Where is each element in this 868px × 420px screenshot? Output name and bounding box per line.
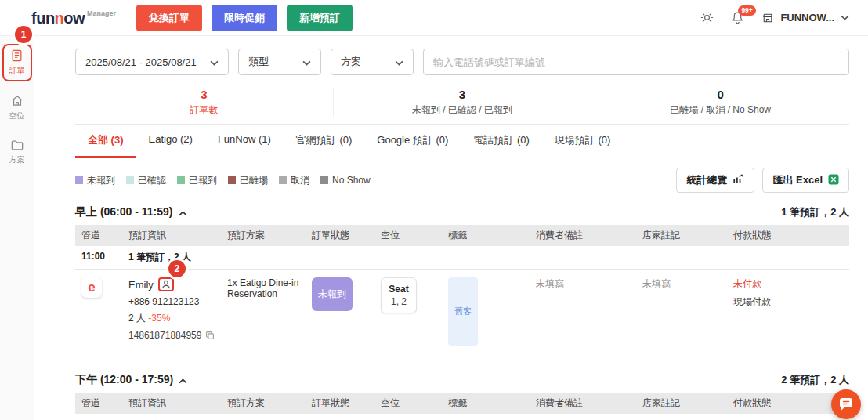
legend-swatch [177, 176, 185, 184]
booking-plan: 1x Eatigo Dine-in Reservation [227, 277, 306, 346]
stats-row: 3 訂單數 3 未報到 / 已確認 / 已報到 0 已離場 / 取消 / No … [75, 85, 849, 125]
seat-box[interactable]: Seat 1, 2 [381, 277, 417, 313]
store-building-icon [761, 12, 774, 24]
tab-website[interactable]: 官網預訂 (0) [284, 125, 365, 158]
time-group-1315: 13:15 1 筆預訂，0 人 [75, 414, 849, 420]
section-morning-toggle[interactable]: 早上 (06:00 - 11:59) [75, 205, 187, 219]
legend-swatch [279, 176, 287, 184]
settings-gear-icon[interactable] [700, 11, 714, 24]
search-input[interactable] [423, 49, 849, 75]
tab-phone[interactable]: 電話預訂 (0) [461, 125, 542, 158]
account-name: FUNNOW... [780, 12, 834, 24]
plan-filter-label: 方案 [341, 55, 361, 69]
funnow-logo[interactable]: funnow Manager [31, 10, 116, 26]
booking-id: 14861871884959 [128, 330, 201, 341]
bar-chart-icon [732, 174, 744, 186]
legend-item: No Show [320, 175, 371, 186]
time-group-count: 1 筆預訂，2 人 [128, 246, 843, 269]
type-filter-dropdown[interactable]: 類型 [238, 49, 321, 75]
payment-method: 現場付款 [733, 295, 843, 309]
plan-filter-dropdown[interactable]: 方案 [331, 49, 414, 75]
legend-item: 取消 [279, 174, 309, 187]
booking-id-line: 14861871884959 [128, 330, 221, 341]
channel-cell: e [81, 277, 122, 346]
plans-folder-icon [11, 139, 24, 152]
notification-count-badge: 99+ [738, 5, 755, 16]
stat-closed-statuses: 0 已離場 / 取消 / No Show [591, 88, 849, 117]
tab-walkin[interactable]: 現場預訂 (0) [542, 125, 624, 158]
chat-bubble-icon [837, 395, 855, 415]
stat-active-statuses: 3 未報到 / 已確認 / 已報到 [333, 88, 591, 117]
legend-item: 已離場 [228, 174, 268, 187]
discount-label: -35% [148, 313, 170, 324]
sidebar-item-vacancy[interactable]: 空位 [2, 89, 32, 126]
copy-icon[interactable] [205, 331, 215, 340]
redeem-order-button[interactable]: 兌換訂單 [136, 5, 202, 31]
date-range-picker[interactable]: 2025/08/21 - 2025/08/21 [75, 49, 229, 75]
sidebar-item-label: 方案 [9, 154, 25, 165]
legend-row: 未報到 已確認 已報到 已離場 取消 No Show 統計總覽 匯出 Excel [75, 168, 849, 193]
guest-phone: +886 912123123 [128, 296, 221, 307]
topbar-actions: 兌換訂單 限時促銷 新增預訂 [136, 5, 353, 31]
topbar: funnow Manager 兌換訂單 限時促銷 新增預訂 99+ FUNNOW… [0, 0, 868, 36]
tab-funnow[interactable]: FunNow (1) [205, 125, 284, 158]
time-group-1100: 11:00 1 筆預訂，2 人 [75, 246, 849, 270]
chevron-down-icon [302, 56, 311, 68]
tab-eatigo[interactable]: Eatigo (2) [136, 125, 205, 158]
status-badge[interactable]: 未報到 [312, 277, 353, 311]
status-legend: 未報到 已確認 已報到 已離場 取消 No Show [75, 174, 371, 187]
section-afternoon-summary: 2 筆預訂，2 人 [781, 373, 849, 387]
notifications-bell-icon[interactable]: 99+ [731, 11, 744, 24]
type-filter-label: 類型 [248, 55, 269, 69]
status-cell: 未報到 [312, 277, 374, 346]
tutorial-step-2-badge: 2 [168, 260, 186, 277]
legend-swatch [320, 176, 328, 184]
logo-manager-label: Manager [87, 9, 116, 17]
tab-all[interactable]: 全部 (3) [75, 125, 136, 158]
sidebar-item-label: 訂單 [9, 66, 25, 77]
stats-overview-button[interactable]: 統計總覽 [676, 168, 754, 193]
chat-support-fab[interactable] [831, 389, 861, 419]
section-afternoon-header: 下午 (12:00 - 17:59) 2 筆預訂，2 人 [75, 373, 849, 387]
time-group-count: 1 筆預訂，0 人 [128, 414, 843, 420]
section-morning-summary: 1 筆預訂，2 人 [781, 205, 849, 219]
guest-info-cell: Emily 2 +886 912123123 2 人 -35% 14861871… [128, 277, 221, 346]
sidebar-item-plans[interactable]: 方案 [2, 134, 32, 170]
account-switcher[interactable]: FUNNOW... [761, 12, 849, 24]
time-label: 11:00 [81, 246, 122, 269]
legend-item: 未報到 [75, 174, 115, 187]
chevron-down-icon [395, 56, 403, 68]
tab-google[interactable]: Google 預訂 (0) [364, 125, 461, 158]
flash-sale-button[interactable]: 限時促銷 [212, 5, 277, 31]
sidebar-item-label: 空位 [9, 110, 25, 121]
tutorial-step-1-badge: 1 [15, 26, 32, 43]
vacancy-house-icon [11, 95, 24, 108]
export-excel-button[interactable]: 匯出 Excel [762, 168, 849, 193]
stat-total-bookings: 3 訂單數 [75, 88, 333, 117]
booking-row-emily[interactable]: e Emily 2 +886 912123123 2 人 -35% 148618… [75, 270, 849, 357]
member-profile-icon[interactable]: 2 [158, 277, 174, 291]
legend-swatch [75, 176, 83, 184]
guest-name: Emily [128, 279, 154, 291]
guest-party: 2 人 -35% [128, 312, 221, 325]
table-header-morning: 管道預訂資訊預訂方案訂單狀態空位標籤消費者備註店家註記付款狀態 [75, 225, 849, 246]
chevron-up-icon [179, 374, 187, 386]
chevron-down-icon [841, 15, 849, 20]
chevron-down-icon [210, 56, 219, 68]
store-note: 未填寫 [642, 277, 727, 346]
sidebar-item-orders[interactable]: 訂單 [2, 44, 32, 81]
payment-cell: 未付款 現場付款 [733, 277, 843, 346]
seat-cell: Seat 1, 2 [381, 277, 442, 346]
consumer-note: 未填寫 [536, 277, 636, 346]
excel-icon [828, 174, 839, 187]
legend-item: 已確認 [126, 174, 166, 187]
new-booking-button[interactable]: 新增預訂 [287, 5, 353, 31]
section-morning-header: 早上 (06:00 - 11:59) 1 筆預訂，2 人 [75, 205, 849, 219]
legend-swatch [126, 176, 134, 184]
topbar-right: 99+ FUNNOW... [700, 11, 849, 24]
tags-cell: 舊客 [448, 277, 530, 346]
legend-swatch [228, 176, 236, 184]
legend-item: 已報到 [177, 174, 217, 187]
section-afternoon-toggle[interactable]: 下午 (12:00 - 17:59) [75, 373, 187, 387]
tag-returning-customer: 舊客 [448, 277, 478, 346]
